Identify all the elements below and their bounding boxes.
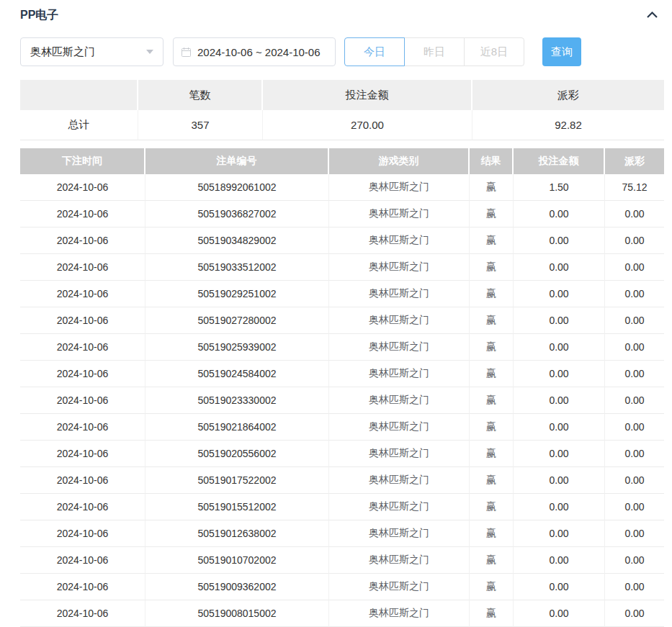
game-type-cell: 奥林匹斯之门: [329, 307, 470, 334]
col-header-payout: 派彩: [605, 148, 664, 174]
col-header-game-type: 游戏类别: [329, 148, 470, 174]
panel-header: PP电子: [20, 6, 664, 24]
result-cell: 赢: [470, 174, 514, 201]
result-cell: 赢: [470, 334, 514, 361]
game-select-value: 奥林匹斯之门: [30, 45, 95, 59]
bet-amount-cell: 0.00: [514, 227, 605, 254]
col-header-result: 结果: [470, 148, 514, 174]
bet-amount-cell: 0.00: [514, 547, 605, 574]
bet-amount-cell: 0.00: [514, 467, 605, 494]
table-row: 2024-10-0650519010702002奥林匹斯之门赢0.000.00: [20, 547, 664, 574]
bet-amount-cell: 0.00: [514, 387, 605, 414]
summary-total-count: 357: [138, 110, 263, 140]
summary-header-row: 笔数 投注金额 派彩: [20, 80, 664, 110]
bet-time-cell: 2024-10-06: [20, 254, 145, 281]
bet-amount-cell: 0.00: [514, 307, 605, 334]
summary-header-count: 笔数: [138, 80, 263, 110]
payout-cell: 0.00: [605, 387, 664, 414]
order-no-cell: 50519020556002: [145, 441, 329, 467]
bet-time-cell: 2024-10-06: [20, 334, 145, 361]
bet-time-cell: 2024-10-06: [20, 467, 145, 494]
order-no-cell: 50519023330002: [145, 387, 329, 414]
payout-cell: 0.00: [605, 520, 664, 547]
game-type-cell: 奥林匹斯之门: [329, 600, 470, 627]
payout-cell: 0.00: [605, 494, 664, 520]
bet-amount-cell: 0.00: [514, 334, 605, 361]
bet-time-cell: 2024-10-06: [20, 520, 145, 547]
today-button[interactable]: 今日: [344, 37, 405, 66]
payout-cell: 0.00: [605, 361, 664, 387]
bet-time-cell: 2024-10-06: [20, 201, 145, 227]
result-cell: 赢: [470, 201, 514, 227]
game-type-cell: 奥林匹斯之门: [329, 334, 470, 361]
table-row: 2024-10-0650519023330002奥林匹斯之门赢0.000.00: [20, 387, 664, 414]
result-cell: 赢: [470, 600, 514, 627]
table-row: 2024-10-0650519012638002奥林匹斯之门赢0.000.00: [20, 520, 664, 547]
bet-time-cell: 2024-10-06: [20, 307, 145, 334]
bet-amount-cell: 0.00: [514, 414, 605, 441]
table-row: 2024-10-0650519017522002奥林匹斯之门赢0.000.00: [20, 467, 664, 494]
result-cell: 赢: [470, 307, 514, 334]
order-no-cell: 50519025939002: [145, 334, 329, 361]
order-no-cell: 50519012638002: [145, 520, 329, 547]
bet-amount-cell: 0.00: [514, 600, 605, 627]
game-type-cell: 奥林匹斯之门: [329, 174, 470, 201]
payout-cell: 0.00: [605, 574, 664, 600]
bet-time-cell: 2024-10-06: [20, 387, 145, 414]
chevron-up-icon: [646, 9, 658, 22]
bet-time-cell: 2024-10-06: [20, 600, 145, 627]
last-8-days-button[interactable]: 近8日: [464, 37, 524, 66]
bet-time-cell: 2024-10-06: [20, 494, 145, 520]
summary-total-row: 总计 357 270.00 92.82: [20, 110, 664, 140]
bet-amount-cell: 0.00: [514, 254, 605, 281]
order-no-cell: 50519010702002: [145, 547, 329, 574]
table-row: 2024-10-0650518992061002奥林匹斯之门赢1.5075.12: [20, 174, 664, 201]
calendar-icon: [181, 47, 192, 58]
payout-cell: 0.00: [605, 307, 664, 334]
table-row: 2024-10-0650519008015002奥林匹斯之门赢0.000.00: [20, 600, 664, 627]
game-type-cell: 奥林匹斯之门: [329, 387, 470, 414]
result-cell: 赢: [470, 414, 514, 441]
collapse-panel-button[interactable]: [646, 9, 658, 22]
chevron-down-icon: [146, 50, 153, 54]
table-row: 2024-10-0650519015512002奥林匹斯之门赢0.000.00: [20, 494, 664, 520]
payout-cell: 0.00: [605, 201, 664, 227]
bet-table-body: 2024-10-0650518992061002奥林匹斯之门赢1.5075.12…: [20, 174, 664, 627]
bet-time-cell: 2024-10-06: [20, 574, 145, 600]
game-type-cell: 奥林匹斯之门: [329, 574, 470, 600]
page-title: PP电子: [20, 8, 58, 23]
bet-amount-cell: 0.00: [514, 574, 605, 600]
payout-cell: 0.00: [605, 467, 664, 494]
bet-records-table: 下注时间 注单编号 游戏类别 结果 投注金额 派彩 2024-10-065051…: [20, 148, 664, 627]
result-cell: 赢: [470, 574, 514, 600]
game-type-cell: 奥林匹斯之门: [329, 361, 470, 387]
summary-header-empty: [20, 80, 138, 110]
order-no-cell: 50519029251002: [145, 281, 329, 307]
bet-amount-cell: 1.50: [514, 174, 605, 201]
order-no-cell: 50519033512002: [145, 254, 329, 281]
summary-total-payout: 92.82: [472, 110, 664, 140]
order-no-cell: 50519015512002: [145, 494, 329, 520]
search-button[interactable]: 查询: [542, 37, 581, 66]
result-cell: 赢: [470, 361, 514, 387]
result-cell: 赢: [470, 494, 514, 520]
game-select[interactable]: 奥林匹斯之门: [20, 37, 163, 66]
result-cell: 赢: [470, 441, 514, 467]
date-range-input[interactable]: 2024-10-06 ~ 2024-10-06: [173, 37, 336, 66]
bet-time-cell: 2024-10-06: [20, 281, 145, 307]
yesterday-button[interactable]: 昨日: [404, 37, 465, 66]
order-no-cell: 50519017522002: [145, 467, 329, 494]
payout-cell: 0.00: [605, 254, 664, 281]
game-type-cell: 奥林匹斯之门: [329, 201, 470, 227]
result-cell: 赢: [470, 520, 514, 547]
result-cell: 赢: [470, 387, 514, 414]
game-type-cell: 奥林匹斯之门: [329, 281, 470, 307]
result-cell: 赢: [470, 547, 514, 574]
summary-total-label: 总计: [20, 110, 138, 140]
summary-total-bet-amount: 270.00: [263, 110, 472, 140]
quick-range-group: 今日 昨日 近8日: [344, 37, 524, 66]
bet-time-cell: 2024-10-06: [20, 361, 145, 387]
order-no-cell: 50519027280002: [145, 307, 329, 334]
table-row: 2024-10-0650519025939002奥林匹斯之门赢0.000.00: [20, 334, 664, 361]
order-no-cell: 50519009362002: [145, 574, 329, 600]
